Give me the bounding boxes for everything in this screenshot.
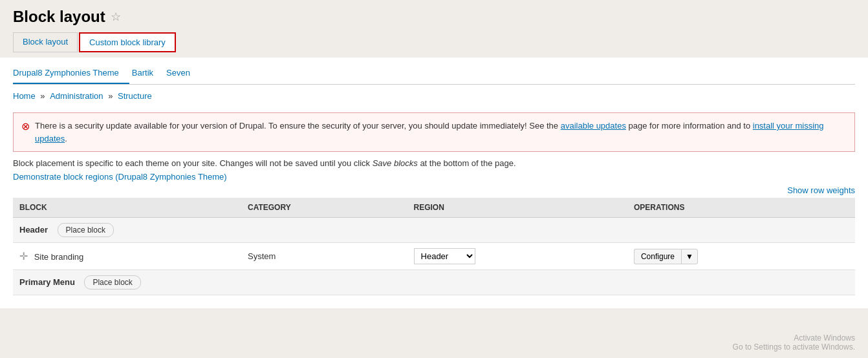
place-block-header-button[interactable]: Place block [58,223,114,237]
alert-box: ⊗ There is a security update available f… [13,112,855,152]
top-tabs: Block layout Custom block library [13,32,855,52]
section-primary-menu-label: Primary Menu [19,277,75,287]
section-primary-menu-cell: Primary Menu Place block [13,270,855,295]
alert-text: There is a security update available for… [35,120,847,145]
breadcrumb-home[interactable]: Home [13,91,36,101]
page-title: Block layout [13,8,105,26]
col-category: CATEGORY [241,198,407,218]
theme-tab-seven[interactable]: Seven [166,63,201,84]
breadcrumb-sep1: » [40,91,47,101]
theme-tabs: Drupal8 Zymphonies Theme Bartik Seven [13,58,855,85]
row-weights-row: Show row weights [13,185,855,195]
tab-block-layout[interactable]: Block layout [13,32,78,52]
region-select[interactable]: Header [414,248,475,264]
section-header-label: Header [19,225,48,235]
table-row: ✛ Site branding System Header Configure … [13,243,855,270]
block-name: Site branding [34,252,84,262]
page-header: Block layout ☆ Block layout Custom block… [0,0,868,58]
star-icon[interactable]: ☆ [111,10,121,24]
theme-tab-drupal8[interactable]: Drupal8 Zymphonies Theme [13,63,129,84]
col-region: REGION [407,198,627,218]
breadcrumb: Home » Administration » Structure [13,85,855,106]
alert-message-end: . [65,134,67,143]
theme-tab-bartik[interactable]: Bartik [132,63,164,84]
alert-link-updates[interactable]: available updates [561,121,626,131]
col-block: BLOCK [13,198,241,218]
category-cell: System [241,243,407,270]
drag-handle-icon[interactable]: ✛ [19,251,28,262]
configure-btn-group: Configure ▼ [634,249,849,264]
breadcrumb-sep2: » [108,91,115,101]
operations-cell: Configure ▼ [627,243,855,270]
place-block-primary-menu-button[interactable]: Place block [84,275,140,290]
region-cell: Header [407,243,627,270]
breadcrumb-administration[interactable]: Administration [50,91,103,101]
breadcrumb-structure[interactable]: Structure [118,91,152,101]
info-text: Block placement is specific to each them… [13,158,855,168]
page-wrapper: Block layout ☆ Block layout Custom block… [0,0,868,358]
table-header: BLOCK CATEGORY REGION OPERATIONS [13,198,855,218]
show-row-weights-link[interactable]: Show row weights [787,185,855,195]
configure-button[interactable]: Configure [634,249,681,264]
table-row: Primary Menu Place block [13,270,855,295]
block-table: BLOCK CATEGORY REGION OPERATIONS Header … [13,198,855,295]
watermark: Activate Windows Go to Settings to activ… [733,333,855,352]
alert-icon: ⊗ [21,120,30,132]
configure-dropdown-arrow[interactable]: ▼ [681,249,698,264]
table-header-row: BLOCK CATEGORY REGION OPERATIONS [13,198,855,218]
alert-message-start: There is a security update available for… [35,121,561,131]
content-area: Drupal8 Zymphonies Theme Bartik Seven Ho… [0,58,868,308]
section-header-cell: Header Place block [13,218,855,243]
alert-message-mid: page for more information and to [626,121,753,131]
table-row: Header Place block [13,218,855,243]
watermark-line2: Go to Settings to activate Windows. [733,342,855,352]
demo-link[interactable]: Demonstrate block regions (Drupal8 Zymph… [13,172,227,182]
page-title-row: Block layout ☆ [13,8,855,26]
table-body: Header Place block ✛ Site branding Syste… [13,218,855,295]
tab-custom-block-library[interactable]: Custom block library [79,32,176,52]
watermark-line1: Activate Windows [733,333,855,342]
block-cell: ✛ Site branding [13,243,241,270]
col-operations: OPERATIONS [627,198,855,218]
